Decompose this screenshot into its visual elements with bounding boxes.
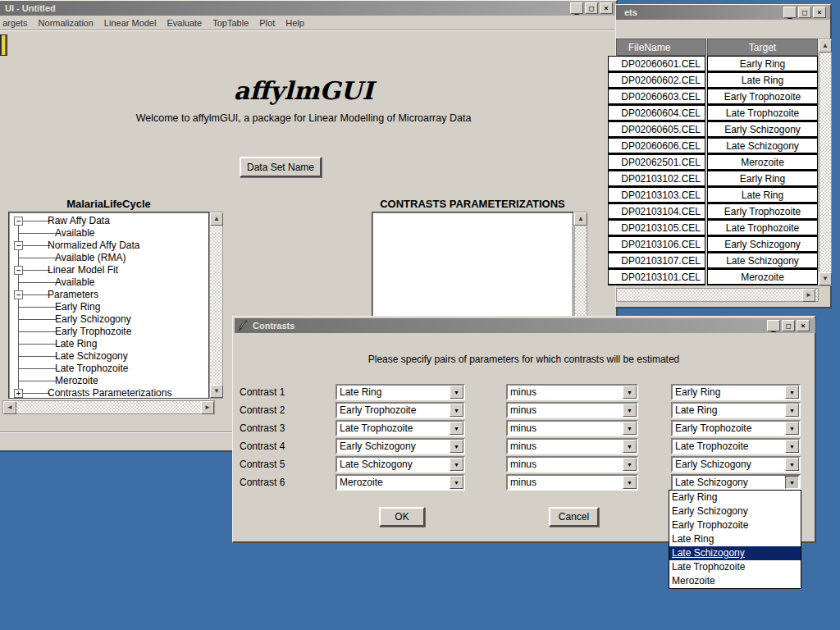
table-cell-file[interactable]: DP02060602.CEL: [608, 72, 705, 89]
tree-vscrollbar[interactable]: ▲ ▼: [209, 212, 223, 399]
tree-collapse-icon[interactable]: −: [14, 217, 23, 226]
scroll-down-icon[interactable]: ▼: [210, 385, 223, 398]
chevron-down-icon[interactable]: ▼: [623, 422, 637, 435]
close-button[interactable]: ×: [813, 7, 826, 18]
tree-item[interactable]: Late Ring: [9, 338, 208, 350]
contrast1-operator-dropdown[interactable]: minus▼: [506, 384, 638, 400]
tree-collapse-icon[interactable]: −: [14, 290, 23, 299]
tree-item[interactable]: Merozoite: [9, 375, 208, 387]
tree-item[interactable]: − Parameters: [9, 289, 208, 301]
scroll-right-icon[interactable]: ►: [802, 289, 815, 302]
ok-button[interactable]: OK: [379, 507, 425, 527]
chevron-down-icon[interactable]: ▼: [785, 458, 799, 471]
table-cell-file[interactable]: DP02060605.CEL: [608, 121, 705, 138]
contrast6-param2-dropdown[interactable]: Late Schizogony▼: [671, 474, 801, 491]
chevron-down-icon[interactable]: ▼: [785, 476, 799, 489]
chevron-down-icon[interactable]: ▼: [785, 422, 799, 435]
table-cell-target[interactable]: Early Schizogony: [707, 236, 818, 253]
toolbar-icon[interactable]: [0, 34, 7, 56]
tree-item[interactable]: + Contrasts Parameterizations: [9, 387, 208, 399]
dropdown-option[interactable]: Early Trophozoite: [669, 518, 801, 532]
chevron-down-icon[interactable]: ▼: [785, 386, 799, 399]
contrast2-param2-dropdown[interactable]: Late Ring▼: [671, 402, 801, 418]
tree-item[interactable]: − Normalized Affy Data: [9, 240, 208, 252]
table-cell-target[interactable]: Early Trophozoite: [707, 89, 818, 105]
contrast4-param1-dropdown[interactable]: Early Schizogony▼: [336, 438, 465, 454]
table-cell-file[interactable]: DP02060606.CEL: [608, 138, 705, 154]
table-cell-file[interactable]: DP02103106.CEL: [608, 236, 705, 253]
contrast5-param1-dropdown[interactable]: Late Schizogony▼: [336, 456, 465, 472]
tree-item[interactable]: Available: [9, 227, 208, 240]
menu-linear-model[interactable]: Linear Model: [104, 18, 157, 28]
chevron-down-icon[interactable]: ▼: [450, 440, 463, 453]
table-cell-file[interactable]: DP02060601.CEL: [608, 56, 705, 72]
table-cell-target[interactable]: Early Ring: [707, 171, 818, 187]
contrast3-operator-dropdown[interactable]: minus▼: [506, 420, 638, 436]
chevron-down-icon[interactable]: ▼: [623, 458, 637, 471]
close-button[interactable]: ×: [797, 320, 810, 331]
chevron-down-icon[interactable]: ▼: [623, 476, 637, 489]
table-cell-file[interactable]: DP02103102.CEL: [608, 171, 705, 187]
dropdown-option[interactable]: Early Schizogony: [669, 504, 801, 518]
targets-vscrollbar[interactable]: ▲ ▼: [819, 39, 832, 286]
table-cell-file[interactable]: DP02103105.CEL: [608, 220, 705, 236]
table-cell-target[interactable]: Late Schizogony: [707, 253, 818, 269]
chevron-down-icon[interactable]: ▼: [623, 404, 637, 417]
chevron-down-icon[interactable]: ▼: [785, 440, 799, 453]
chevron-down-icon[interactable]: ▼: [785, 404, 799, 417]
scroll-right-icon[interactable]: ►: [201, 401, 214, 414]
tree-item[interactable]: − Linear Model Fit: [9, 264, 208, 276]
contrast1-param1-dropdown[interactable]: Late Ring▼: [336, 384, 465, 400]
contrast4-param2-dropdown[interactable]: Late Trophozoite▼: [671, 438, 801, 454]
maximize-button[interactable]: □: [585, 2, 598, 14]
tree-collapse-icon[interactable]: −: [14, 241, 23, 250]
tree-collapse-icon[interactable]: −: [14, 266, 23, 275]
tree-item[interactable]: Early Ring: [9, 301, 208, 313]
table-cell-target[interactable]: Late Trophozoite: [707, 220, 818, 236]
table-cell-target[interactable]: Early Ring: [707, 56, 818, 72]
chevron-down-icon[interactable]: ▼: [450, 476, 463, 489]
tree-item[interactable]: Early Trophozoite: [9, 326, 208, 338]
dropdown-option-selected[interactable]: Late Schizogony: [669, 546, 801, 560]
targets-hscrollbar[interactable]: ►: [616, 288, 819, 302]
table-cell-target[interactable]: Merozoite: [707, 269, 818, 285]
dropdown-option[interactable]: Late Trophozoite: [669, 560, 801, 574]
menu-toptable[interactable]: TopTable: [212, 18, 249, 28]
table-cell-target[interactable]: Early Trophozoite: [707, 203, 818, 220]
chevron-down-icon[interactable]: ▼: [623, 440, 637, 453]
cancel-button[interactable]: Cancel: [549, 507, 599, 527]
contrast6-param1-dropdown[interactable]: Merozoite▼: [336, 474, 465, 491]
scroll-up-icon[interactable]: ▲: [210, 212, 223, 226]
close-button[interactable]: ×: [600, 2, 613, 14]
contrast4-operator-dropdown[interactable]: minus▼: [506, 438, 638, 454]
tree-hscrollbar[interactable]: ◄ ►: [2, 400, 215, 414]
menu-plot[interactable]: Plot: [259, 18, 275, 28]
tree-item[interactable]: Late Trophozoite: [9, 363, 208, 375]
contrast2-operator-dropdown[interactable]: minus▼: [506, 402, 638, 418]
table-cell-target[interactable]: Late Ring: [707, 187, 818, 203]
contrast5-operator-dropdown[interactable]: minus▼: [506, 456, 638, 472]
scroll-down-icon[interactable]: ▼: [819, 272, 832, 285]
table-cell-file[interactable]: DP02103104.CEL: [608, 203, 705, 220]
table-cell-file[interactable]: DP02103107.CEL: [608, 253, 705, 269]
table-cell-target[interactable]: Early Schizogony: [707, 121, 818, 138]
dropdown-option[interactable]: Late Ring: [669, 532, 801, 546]
table-cell-target[interactable]: Merozoite: [707, 154, 818, 171]
main-window-titlebar[interactable]: UI - Untitled: [0, 1, 616, 16]
menu-normalization[interactable]: Normalization: [39, 18, 94, 28]
maximize-button[interactable]: □: [798, 7, 811, 18]
contrast2-param1-dropdown[interactable]: Early Trophozoite▼: [336, 402, 465, 418]
table-cell-target[interactable]: Late Schizogony: [707, 138, 818, 154]
table-cell-file[interactable]: DP02103101.CEL: [608, 269, 705, 285]
contrast1-param2-dropdown[interactable]: Early Ring▼: [671, 384, 801, 400]
status-tree[interactable]: − Raw Affy Data Available − Normalized A…: [8, 212, 209, 399]
contrast5-param2-dropdown[interactable]: Early Schizogony▼: [671, 456, 801, 472]
maximize-button[interactable]: □: [782, 320, 795, 331]
chevron-down-icon[interactable]: ▼: [450, 386, 463, 399]
contrast3-param1-dropdown[interactable]: Late Trophozoite▼: [336, 420, 465, 436]
chevron-down-icon[interactable]: ▼: [450, 458, 463, 471]
chevron-down-icon[interactable]: ▼: [623, 386, 637, 399]
minimize-button[interactable]: _: [783, 7, 797, 18]
scroll-up-icon[interactable]: ▲: [574, 212, 587, 226]
scroll-left-icon[interactable]: ◄: [3, 401, 16, 414]
